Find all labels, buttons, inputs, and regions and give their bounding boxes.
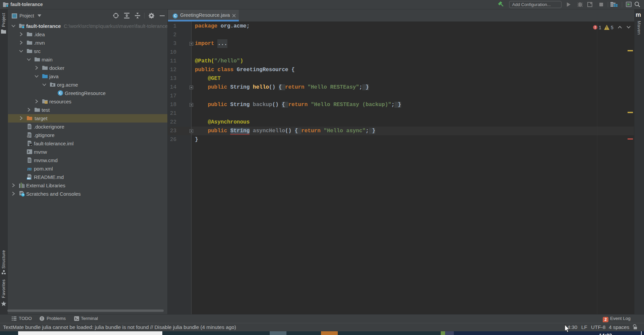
svg-text:C: C — [174, 14, 177, 18]
svg-text:m: m — [27, 165, 32, 172]
svg-text:C: C — [59, 91, 62, 95]
svg-text:MD: MD — [27, 177, 31, 180]
